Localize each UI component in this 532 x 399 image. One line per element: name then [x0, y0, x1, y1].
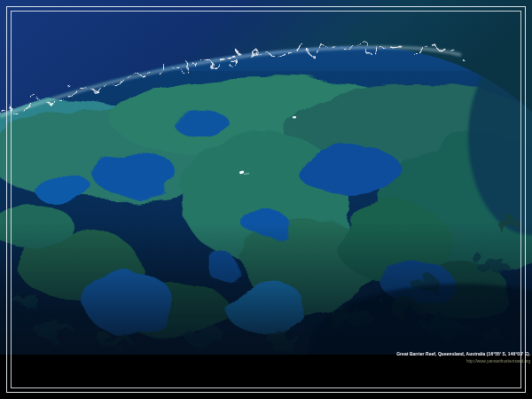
photo-credit-url: http://www.yannarthusbertrand.org: [390, 358, 530, 364]
reef-wallpaper: Great Barrier Reef, Queensland, Australi…: [0, 0, 532, 399]
reef-photo-art: [0, 0, 532, 355]
photo-caption-location: Great Barrier Reef, Queensland, Australi…: [396, 351, 530, 357]
photo-caption-block: Great Barrier Reef, Queensland, Australi…: [367, 351, 530, 364]
reef-aerial-photo: [0, 0, 532, 355]
